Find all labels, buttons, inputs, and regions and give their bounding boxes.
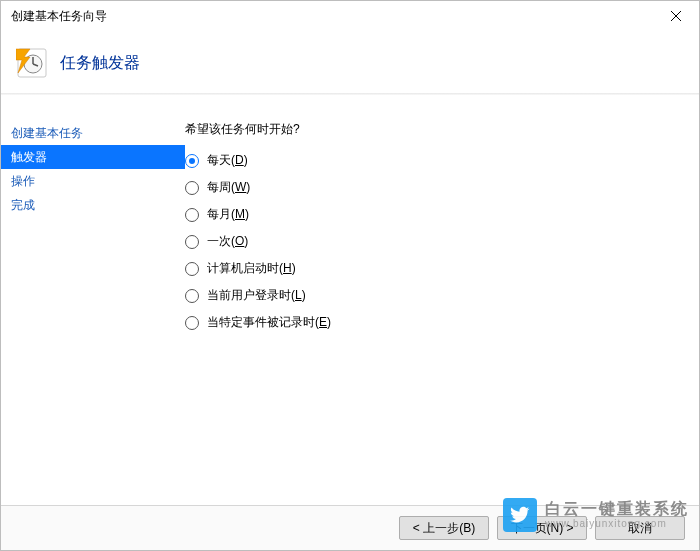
radio-label: 计算机启动时(H): [207, 260, 296, 277]
titlebar: 创建基本任务向导: [1, 1, 699, 31]
radio-icon: [185, 154, 199, 168]
sidebar-step-1[interactable]: 触发器: [1, 145, 185, 169]
dialog-body: 创建基本任务触发器操作完成 希望该任务何时开始? 每天(D)每周(W)每月(M)…: [1, 95, 699, 506]
radio-label: 每周(W): [207, 179, 250, 196]
trigger-option-o[interactable]: 一次(O): [185, 233, 679, 250]
back-button[interactable]: < 上一步(B): [399, 516, 489, 540]
radio-icon: [185, 262, 199, 276]
cancel-button[interactable]: 取消: [595, 516, 685, 540]
clock-wizard-icon: [16, 47, 48, 79]
radio-icon: [185, 235, 199, 249]
next-button[interactable]: 下一页(N) >: [497, 516, 587, 540]
trigger-option-w[interactable]: 每周(W): [185, 179, 679, 196]
wizard-window: 创建基本任务向导 任务触发器 创建基本任务触发器操作完成 希望该任务何时开始: [0, 0, 700, 551]
close-icon: [671, 11, 681, 21]
trigger-option-m[interactable]: 每月(M): [185, 206, 679, 223]
radio-icon: [185, 181, 199, 195]
sidebar-step-0[interactable]: 创建基本任务: [1, 121, 185, 145]
dialog-footer: < 上一步(B) 下一页(N) > 取消: [1, 505, 699, 550]
radio-label: 一次(O): [207, 233, 248, 250]
radio-label: 每天(D): [207, 152, 248, 169]
radio-label: 每月(M): [207, 206, 249, 223]
wizard-steps-sidebar: 创建基本任务触发器操作完成: [1, 95, 185, 506]
header-title: 任务触发器: [60, 53, 140, 74]
sidebar-step-3[interactable]: 完成: [1, 193, 185, 217]
dialog-header: 任务触发器: [1, 31, 699, 95]
trigger-option-d[interactable]: 每天(D): [185, 152, 679, 169]
trigger-option-l[interactable]: 当前用户登录时(L): [185, 287, 679, 304]
sidebar-step-2[interactable]: 操作: [1, 169, 185, 193]
close-button[interactable]: [653, 1, 699, 31]
radio-label: 当特定事件被记录时(E): [207, 314, 331, 331]
trigger-option-h[interactable]: 计算机启动时(H): [185, 260, 679, 277]
window-title: 创建基本任务向导: [11, 8, 107, 25]
trigger-option-e[interactable]: 当特定事件被记录时(E): [185, 314, 679, 331]
radio-label: 当前用户登录时(L): [207, 287, 306, 304]
radio-icon: [185, 208, 199, 222]
trigger-prompt: 希望该任务何时开始?: [185, 121, 679, 138]
wizard-content: 希望该任务何时开始? 每天(D)每周(W)每月(M)一次(O)计算机启动时(H)…: [185, 95, 699, 506]
trigger-options-group: 每天(D)每周(W)每月(M)一次(O)计算机启动时(H)当前用户登录时(L)当…: [185, 152, 679, 331]
radio-icon: [185, 289, 199, 303]
radio-icon: [185, 316, 199, 330]
